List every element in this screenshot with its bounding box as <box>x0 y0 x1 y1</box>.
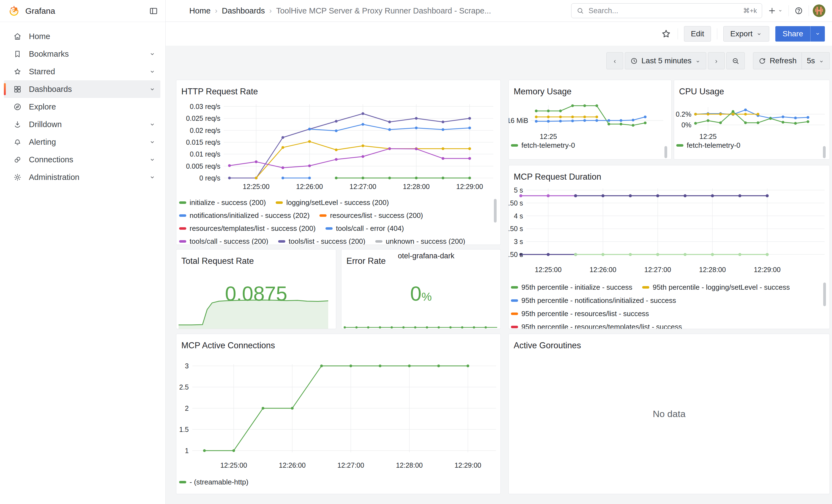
legend-item[interactable]: resources/templates/list - success (200) <box>179 224 316 233</box>
panel-title[interactable]: Active Goroutines <box>514 341 581 350</box>
add-button[interactable] <box>766 5 785 17</box>
top-nav: Home › Dashboards › ToolHive MCP Server … <box>166 0 832 22</box>
favorite-star-icon[interactable] <box>660 28 672 39</box>
time-shift-forward-button[interactable] <box>708 52 725 69</box>
sidebar-item-explore[interactable]: Explore <box>4 98 160 115</box>
help-icon <box>794 6 803 15</box>
panel-error-rate: Error Rate otel-grafana-dark 0% <box>341 249 501 329</box>
sidebar-item-connections[interactable]: Connections <box>4 151 160 168</box>
legend-item[interactable]: - (streamable-http) <box>179 478 249 486</box>
sidebar-header: Grafana <box>0 0 165 22</box>
breadcrumb: Home › Dashboards › ToolHive MCP Server … <box>189 6 491 16</box>
sidebar-item-label: Bookmarks <box>29 50 141 59</box>
legend-item[interactable]: 95th percentile - resources/templates/li… <box>511 323 682 329</box>
panel-title[interactable]: CPU Usage <box>679 87 724 97</box>
chevron-down-icon <box>695 58 701 64</box>
sidebar-item-label: Administration <box>29 173 141 182</box>
legend-scrollbar[interactable] <box>494 199 497 222</box>
search-input[interactable] <box>588 6 739 16</box>
apps-icon <box>13 85 22 94</box>
legend-item[interactable]: 95th percentile - resources/list - succe… <box>511 310 649 318</box>
breadcrumb-current: ToolHive MCP Server & Proxy Runner Dashb… <box>276 6 491 16</box>
bookmark-icon <box>13 50 22 58</box>
breadcrumb-dashboards[interactable]: Dashboards <box>222 6 265 16</box>
chevron-down-icon <box>814 30 821 37</box>
search-shortcut: ⌘+k <box>743 7 757 15</box>
legend-item[interactable]: unknown - success (200) <box>375 237 465 245</box>
dock-sidebar-icon[interactable] <box>149 6 158 16</box>
share-button[interactable]: Share <box>775 26 810 42</box>
stat-suffix: % <box>421 290 432 303</box>
refresh-group: Refresh 5s <box>753 52 830 69</box>
legend-item[interactable]: initialize - success (200) <box>179 198 266 207</box>
zoom-out-icon <box>732 57 739 65</box>
help-button[interactable] <box>792 5 805 17</box>
legend-scrollbar[interactable] <box>823 283 826 306</box>
sidebar-item-administration[interactable]: Administration <box>4 168 160 186</box>
search-box[interactable]: ⌘+k <box>571 3 762 18</box>
sidebar-item-starred[interactable]: Starred <box>4 63 160 80</box>
sidebar-item-label: Dashboards <box>29 85 141 94</box>
chevron-down-icon <box>149 138 156 146</box>
divider <box>809 5 809 16</box>
legend-scrollbar[interactable] <box>823 146 826 158</box>
sidebar-item-home[interactable]: Home <box>4 27 160 45</box>
sidebar-item-label: Starred <box>29 67 141 76</box>
panel-title[interactable]: MCP Request Duration <box>514 172 601 182</box>
legend-item[interactable]: tools/call - error (404) <box>326 224 404 233</box>
panel-title[interactable]: Total Request Rate <box>181 256 254 266</box>
chevron-down-icon <box>818 58 825 64</box>
grafana-logo-icon[interactable] <box>8 5 20 17</box>
divider <box>788 5 789 16</box>
panel-mcp-request-duration: MCP Request Duration 5 s4.50 s4 s3.50 s3… <box>509 165 830 329</box>
sidebar-item-alerting[interactable]: Alerting <box>4 133 160 151</box>
chevron-left-icon <box>612 58 618 64</box>
breadcrumb-home[interactable]: Home <box>189 6 210 16</box>
panel-title[interactable]: HTTP Request Rate <box>181 87 258 97</box>
time-shift-back-button[interactable] <box>606 52 623 69</box>
refresh-interval-picker[interactable]: 5s <box>802 52 830 69</box>
chevron-down-icon <box>149 85 156 93</box>
avatar[interactable] <box>813 4 825 17</box>
link-icon <box>13 155 22 164</box>
edit-button[interactable]: Edit <box>684 26 711 42</box>
legend-item[interactable]: fetch-telemetry-0 <box>676 141 740 150</box>
panel-http-request-rate: HTTP Request Rate 0.03 req/s0.025 req/s0… <box>176 80 501 245</box>
legend-item[interactable]: 95th percentile - initialize - success <box>511 283 632 292</box>
panel-title[interactable]: MCP Active Connections <box>181 341 275 350</box>
chevron-down-icon <box>778 8 783 14</box>
sidebar-item-dashboards[interactable]: Dashboards <box>4 80 160 98</box>
breadcrumb-separator: › <box>269 7 272 15</box>
legend-item[interactable]: 95th percentile - logging/setLevel - suc… <box>642 283 790 292</box>
time-range-picker[interactable]: Last 5 minutes <box>625 52 706 69</box>
chevron-down-icon <box>756 30 762 37</box>
legend-item[interactable]: tools/call - success (200) <box>179 237 268 245</box>
share-caret-button[interactable] <box>810 26 825 42</box>
sidebar-item-drilldown[interactable]: Drilldown <box>4 115 160 133</box>
legend: initialize - success (200)logging/setLev… <box>179 198 465 245</box>
legend-item[interactable]: notifications/initialized - success (202… <box>179 211 310 220</box>
legend: fetch-telemetry-0 <box>511 141 575 154</box>
export-button[interactable]: Export <box>723 26 769 42</box>
sidebar-item-bookmarks[interactable]: Bookmarks <box>4 45 160 63</box>
legend-item[interactable]: tools/list - success (200) <box>278 237 365 245</box>
divider <box>678 28 678 39</box>
legend-item[interactable]: resources/list - success (200) <box>319 211 423 220</box>
legend-item[interactable]: 95th percentile - notifications/initiali… <box>511 296 676 305</box>
refresh-button[interactable]: Refresh <box>753 52 802 69</box>
panel-title[interactable]: Memory Usage <box>514 87 571 97</box>
stat-value: 0.0875 <box>176 282 336 306</box>
zoom-out-button[interactable] <box>726 52 745 69</box>
sidebar-item-label: Connections <box>29 155 141 164</box>
legend-item[interactable]: logging/setLevel - success (200) <box>276 198 389 207</box>
sidebar-menu: HomeBookmarksStarredDashboardsExploreDri… <box>0 22 165 186</box>
panel-title[interactable]: Error Rate <box>346 256 386 266</box>
plus-icon <box>768 6 776 15</box>
divider <box>717 28 717 39</box>
legend-item[interactable]: fetch-telemetry-0 <box>511 141 575 150</box>
sidebar-item-label: Alerting <box>29 137 141 147</box>
sidebar: Grafana HomeBookmarksStarredDashboardsEx… <box>0 0 166 504</box>
star-icon <box>13 68 22 76</box>
panel-cpu-usage: CPU Usage 0.2%0%12:25 fetch-telemetry-0 <box>674 80 830 160</box>
legend-scrollbar[interactable] <box>665 146 667 158</box>
